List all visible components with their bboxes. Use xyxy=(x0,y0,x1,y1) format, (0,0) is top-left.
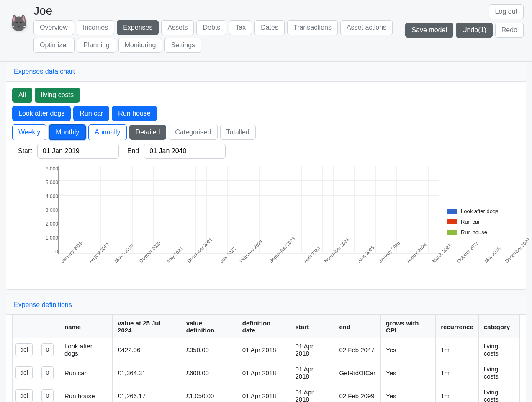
end-date-input[interactable] xyxy=(144,144,226,159)
table-header-cell xyxy=(13,315,36,338)
nav-overview[interactable]: Overview xyxy=(33,20,74,35)
granularity-weekly[interactable]: Weekly xyxy=(12,124,46,140)
table-header-cell: start xyxy=(290,315,334,338)
series-filter-look-after-dogs[interactable]: Look after dogs xyxy=(12,106,71,121)
table-cell-cpi: Yes xyxy=(381,361,436,384)
series-filter-run-house[interactable]: Run house xyxy=(112,106,157,121)
nav-transactions[interactable]: Transactions xyxy=(287,20,338,35)
table-cell-rec: 1m xyxy=(436,338,479,361)
table-header-cell: recurrence xyxy=(436,315,479,338)
chart-panel-body: All living costs Look after dogsRun carR… xyxy=(6,82,526,289)
delete-button[interactable]: del xyxy=(15,366,33,379)
table-cell-end: GetRidOfCar xyxy=(334,361,381,384)
category-filter-row: All living costs xyxy=(12,88,520,103)
legend-label: Run house xyxy=(461,229,487,235)
nav-incomes[interactable]: Incomes xyxy=(77,20,114,35)
start-label: Start xyxy=(18,147,32,155)
nav-tax[interactable]: Tax xyxy=(229,20,252,35)
table-cell-end: 02 Feb 2047 xyxy=(334,338,381,361)
nav-row-secondary: OptimizerPlanningMonitoringSettings xyxy=(33,38,401,53)
legend-label: Look after dogs xyxy=(461,208,499,214)
legend-swatch xyxy=(447,230,457,235)
nav-debts[interactable]: Debts xyxy=(196,20,226,35)
table-cell-name: Run house xyxy=(59,384,113,402)
nav-monitoring[interactable]: Monitoring xyxy=(118,38,162,53)
table-header-cell: value definition xyxy=(181,315,237,338)
chart-panel-header: Expenses data chart xyxy=(6,62,526,82)
chart-panel: Expenses data chart All living costs Loo… xyxy=(6,62,526,290)
table-cell-rec: 1m xyxy=(436,361,479,384)
table-header-cell xyxy=(36,315,59,338)
table-cell-start: 01 Apr 2018 xyxy=(290,384,334,402)
legend-item: Run car xyxy=(447,219,499,225)
table-header-cell: category xyxy=(478,315,519,338)
delete-button[interactable]: del xyxy=(15,389,33,402)
y-tick: 0 xyxy=(55,249,58,254)
table-cell-valdef: £350.00 xyxy=(181,338,237,361)
table-cell-defdate: 01 Apr 2018 xyxy=(237,384,290,402)
nav-expenses[interactable]: Expenses xyxy=(117,20,159,35)
granularity-annually[interactable]: Annually xyxy=(88,124,126,140)
x-axis: January 2019August 2019March 2020October… xyxy=(58,258,439,283)
nav-planning[interactable]: Planning xyxy=(77,38,116,53)
undo-button[interactable]: Undo(1) xyxy=(456,23,493,38)
y-axis: 6,0005,0004,0003,0002,0001,0000 xyxy=(37,166,58,254)
table-header-cell: end xyxy=(334,315,381,338)
table-cell-name: Look after dogs xyxy=(59,338,113,361)
legend-swatch xyxy=(447,219,457,224)
table-cell-cat: living costs xyxy=(478,338,519,361)
zero-button[interactable]: 0 xyxy=(41,366,54,379)
table-cell-value: £422.06 xyxy=(113,338,181,361)
table-row: del0Look after dogs£422.06£350.0001 Apr … xyxy=(13,338,520,361)
table-cell-start: 01 Apr 2018 xyxy=(290,361,334,384)
series-filter-row: Look after dogsRun carRun house xyxy=(12,106,520,121)
table-cell-value: £1,364.31 xyxy=(113,361,181,384)
table-cell-start: 01 Apr 2018 xyxy=(290,338,334,361)
redo-button[interactable]: Redo xyxy=(495,23,524,38)
end-label: End xyxy=(127,147,139,155)
y-tick: 5,000 xyxy=(46,180,58,185)
filter-living-costs[interactable]: living costs xyxy=(35,88,80,103)
series-filter-run-car[interactable]: Run car xyxy=(73,106,109,121)
view-detailed[interactable]: Detailed xyxy=(129,125,167,140)
view-totalled[interactable]: Totalled xyxy=(220,125,256,140)
table-header-cell: name xyxy=(59,315,113,338)
delete-button[interactable]: del xyxy=(15,343,33,356)
table-cell-valdef: £600.00 xyxy=(181,361,237,384)
chart-panel-title-link[interactable]: Expenses data chart xyxy=(14,68,75,75)
logout-button[interactable]: Log out xyxy=(489,4,524,19)
legend-item: Run house xyxy=(447,229,499,235)
zero-button[interactable]: 0 xyxy=(41,389,54,402)
y-tick: 1,000 xyxy=(46,235,58,240)
table-cell-defdate: 01 Apr 2018 xyxy=(237,361,290,384)
definitions-panel: Expense definitions namevalue at 25 Jul … xyxy=(6,295,526,402)
nav-settings[interactable]: Settings xyxy=(164,38,201,53)
nav-assets[interactable]: Assets xyxy=(161,20,194,35)
nav-dates[interactable]: Dates xyxy=(254,20,285,35)
nav-optimizer[interactable]: Optimizer xyxy=(33,38,75,53)
table-cell-cpi: Yes xyxy=(381,338,436,361)
definitions-panel-title-link[interactable]: Expense definitions xyxy=(14,301,72,308)
zero-button[interactable]: 0 xyxy=(41,343,54,356)
table-cell-valdef: £1,050.00 xyxy=(181,384,237,402)
legend: Look after dogsRun carRun house xyxy=(439,166,499,254)
table-row: del0Run car£1,364.31£600.0001 Apr 201801… xyxy=(13,361,520,384)
table-cell-cpi: Yes xyxy=(381,384,436,402)
filter-all[interactable]: All xyxy=(12,88,32,103)
start-date-input[interactable] xyxy=(37,144,119,159)
table-cell-value: £1,266.17 xyxy=(113,384,181,402)
app-title: Joe xyxy=(33,4,401,18)
definitions-panel-header: Expense definitions xyxy=(6,295,526,315)
view-categorised[interactable]: Categorised xyxy=(169,125,217,140)
table-cell-cat: living costs xyxy=(478,384,519,402)
table-cell-cat: living costs xyxy=(478,361,519,384)
nav-asset-actions[interactable]: Asset actions xyxy=(340,20,393,35)
table-cell-end: 02 Feb 2099 xyxy=(334,384,381,402)
y-tick: 2,000 xyxy=(46,222,58,227)
table-cell-rec: 1m xyxy=(436,384,479,402)
save-model-button[interactable]: Save model xyxy=(405,23,453,38)
nav-row-primary: OverviewIncomesExpensesAssetsDebtsTaxDat… xyxy=(33,20,401,35)
granularity-monthly[interactable]: Monthly xyxy=(49,124,86,140)
table-header-cell: grows with CPI xyxy=(381,315,436,338)
y-tick: 3,000 xyxy=(46,208,58,213)
